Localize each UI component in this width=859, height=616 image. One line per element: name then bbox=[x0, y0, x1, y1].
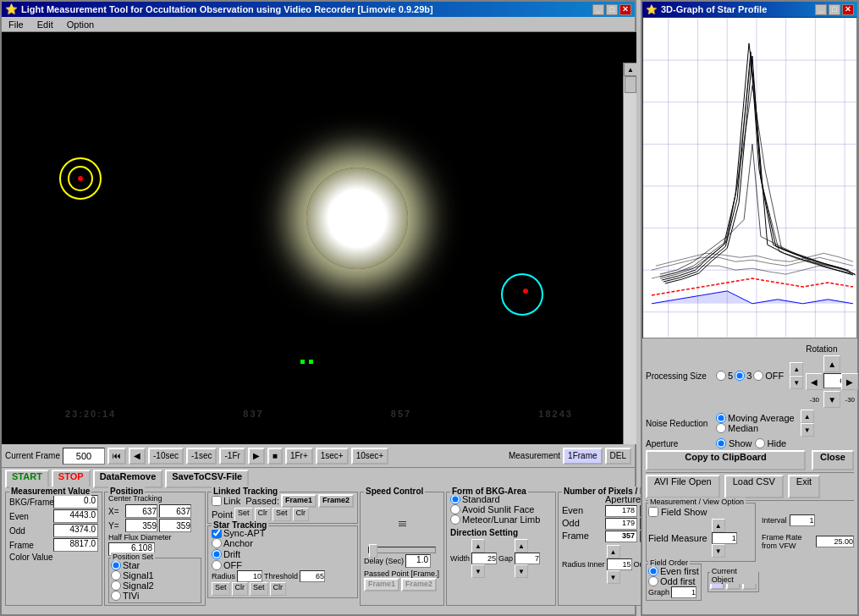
bkg-meteor-radio[interactable] bbox=[450, 514, 460, 525]
frame-input[interactable] bbox=[63, 448, 105, 465]
btn-1sec-back[interactable]: -1sec bbox=[186, 448, 217, 465]
point-clr-btn[interactable]: Clr bbox=[255, 508, 272, 521]
moving-avg-radio[interactable] bbox=[716, 413, 726, 423]
graph-maximize-btn[interactable]: □ bbox=[829, 4, 840, 15]
rotation-label: Rotation bbox=[806, 344, 837, 354]
off-radio[interactable] bbox=[212, 560, 222, 570]
btn-10sec-fwd[interactable]: 10sec+ bbox=[351, 448, 389, 465]
radio-tivi-input[interactable] bbox=[111, 591, 121, 601]
speed-thumb[interactable] bbox=[369, 544, 377, 558]
radio-signal1-input[interactable] bbox=[111, 570, 121, 580]
btn-1fr-back[interactable]: -1Fr bbox=[219, 448, 245, 465]
scroll-thumb[interactable] bbox=[625, 76, 636, 93]
rot-up-btn[interactable]: ▲ bbox=[823, 355, 840, 372]
load-csv-btn[interactable]: Load CSV bbox=[724, 475, 784, 498]
copy-clipboard-btn[interactable]: Copy to ClipBoard bbox=[646, 450, 806, 470]
gap-input[interactable] bbox=[515, 553, 540, 564]
speed-track[interactable] bbox=[368, 547, 436, 553]
odd-first-radio[interactable] bbox=[648, 576, 658, 586]
field-show-checkbox[interactable] bbox=[648, 507, 658, 517]
inner-up[interactable]: ▲ bbox=[607, 545, 620, 558]
point-set-btn[interactable]: Set bbox=[234, 508, 253, 521]
fm-down[interactable]: ▼ bbox=[712, 544, 725, 558]
maximize-button[interactable]: □ bbox=[606, 4, 618, 15]
frame1-btn[interactable]: Frame1 bbox=[281, 494, 317, 508]
ps-3-radio[interactable] bbox=[735, 371, 745, 381]
point-set2-btn[interactable]: Set bbox=[273, 508, 291, 521]
avi-file-open-btn[interactable]: AVI File Open bbox=[646, 475, 720, 498]
even-first-radio[interactable] bbox=[648, 566, 658, 576]
rot-down-btn[interactable]: ▼ bbox=[823, 391, 840, 408]
inner-down[interactable]: ▼ bbox=[607, 570, 620, 584]
track-clr2-btn[interactable]: Clr bbox=[270, 582, 287, 596]
exit-btn[interactable]: Exit bbox=[788, 475, 820, 498]
y-input-1[interactable] bbox=[125, 519, 157, 532]
graph-minimize-btn[interactable]: _ bbox=[815, 4, 827, 15]
field-measure-input[interactable] bbox=[712, 532, 737, 544]
btn-10sec-back[interactable]: -10sec bbox=[148, 448, 184, 465]
menu-option[interactable]: Option bbox=[63, 19, 97, 30]
bkg-sunlit-radio[interactable] bbox=[450, 504, 460, 514]
data-remove-button[interactable]: DataRemove bbox=[93, 470, 163, 488]
track-clr-btn[interactable]: Clr bbox=[232, 582, 249, 596]
ps-off-radio[interactable] bbox=[753, 371, 763, 381]
track-set-btn[interactable]: Set bbox=[212, 582, 230, 596]
median-radio[interactable] bbox=[716, 423, 726, 433]
radio-star-input[interactable] bbox=[111, 560, 121, 570]
width-input[interactable] bbox=[471, 553, 497, 564]
radio-signal2-input[interactable] bbox=[111, 580, 121, 591]
menu-bar: File Edit Option bbox=[2, 17, 635, 32]
interval-input[interactable] bbox=[790, 514, 815, 526]
noise-down[interactable]: ▼ bbox=[801, 423, 814, 437]
track-set2-btn[interactable]: Set bbox=[250, 582, 268, 596]
btn-stop[interactable]: ■ bbox=[267, 448, 283, 465]
menu-file[interactable]: File bbox=[5, 19, 27, 30]
frame-value: 8817.0 bbox=[53, 538, 98, 552]
measurement-view-group: Measurement / View Option Field Show Fie… bbox=[646, 503, 756, 562]
passed-frame2-btn[interactable]: Frame2 bbox=[401, 578, 437, 591]
width-down[interactable]: ▼ bbox=[471, 564, 485, 578]
inner-input[interactable] bbox=[607, 558, 632, 570]
btn-1fr-fwd[interactable]: 1Fr+ bbox=[285, 448, 313, 465]
drift-radio[interactable] bbox=[212, 549, 222, 559]
fm-up[interactable]: ▲ bbox=[712, 519, 725, 532]
frame-rate-input[interactable] bbox=[816, 536, 854, 547]
point-clr2-btn[interactable]: Clr bbox=[293, 508, 310, 521]
btn-del[interactable]: DEL bbox=[605, 448, 631, 465]
noise-up[interactable]: ▲ bbox=[801, 410, 814, 423]
graph-close-btn2[interactable]: Close bbox=[812, 450, 854, 470]
passed-frame1-btn[interactable]: Frame1 bbox=[364, 578, 399, 591]
scroll-up-btn[interactable]: ▲ bbox=[624, 63, 636, 76]
threshold-input[interactable] bbox=[300, 570, 325, 582]
btn-1frame[interactable]: 1Frame bbox=[563, 448, 602, 465]
btn-prev-big[interactable]: ◀ bbox=[129, 448, 146, 465]
close-button[interactable]: ✕ bbox=[619, 4, 631, 15]
y-input-2[interactable] bbox=[159, 519, 191, 532]
radius-input[interactable] bbox=[237, 570, 262, 582]
anchor-radio[interactable] bbox=[212, 538, 222, 548]
minimize-button[interactable]: _ bbox=[592, 4, 604, 15]
width-up[interactable]: ▲ bbox=[471, 539, 485, 553]
stop-button[interactable]: STOP bbox=[52, 470, 91, 488]
ps-down[interactable]: ▼ bbox=[790, 376, 803, 389]
graph-input[interactable] bbox=[671, 586, 697, 598]
save-to-csv-button[interactable]: SaveToCSV-File bbox=[165, 470, 249, 488]
btn-first[interactable]: ⏮ bbox=[107, 448, 126, 465]
hide-radio[interactable] bbox=[755, 438, 765, 448]
ps-5-radio[interactable] bbox=[716, 371, 726, 381]
rot-left-btn[interactable]: ◀ bbox=[806, 373, 823, 390]
show-radio[interactable] bbox=[716, 438, 726, 448]
gap-up[interactable]: ▲ bbox=[515, 539, 528, 553]
btn-play[interactable]: ▶ bbox=[248, 448, 265, 465]
graph-close-btn[interactable]: ✕ bbox=[842, 4, 854, 15]
menu-edit[interactable]: Edit bbox=[34, 19, 57, 30]
x-input-2[interactable] bbox=[159, 504, 191, 518]
ps-up[interactable]: ▲ bbox=[790, 362, 803, 376]
x-input-1[interactable] bbox=[125, 504, 157, 518]
gap-down[interactable]: ▼ bbox=[515, 564, 528, 578]
frame2-btn[interactable]: Frame2 bbox=[318, 494, 354, 508]
rot-right-btn[interactable]: ▶ bbox=[841, 373, 858, 390]
link-checkbox[interactable] bbox=[212, 496, 222, 506]
start-button[interactable]: START bbox=[5, 470, 49, 488]
btn-1sec-fwd[interactable]: 1sec+ bbox=[316, 448, 349, 465]
